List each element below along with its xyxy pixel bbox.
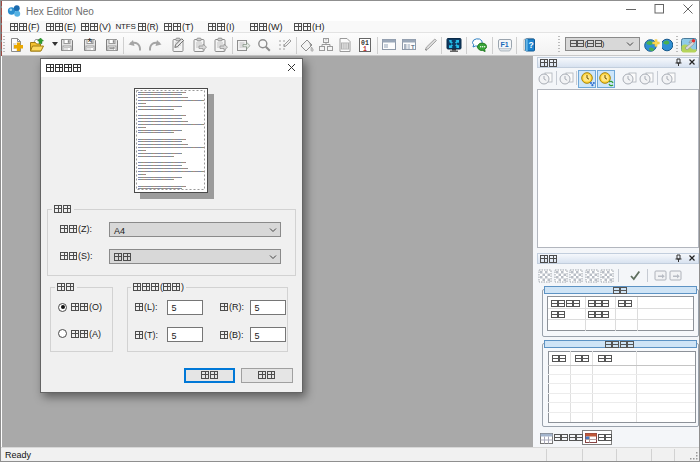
- svg-text:F1: F1: [500, 41, 508, 48]
- svg-text:*: *: [88, 37, 93, 48]
- svg-text:T: T: [411, 44, 415, 50]
- svg-text:1: 1: [363, 46, 367, 53]
- svg-text:?: ?: [528, 40, 533, 50]
